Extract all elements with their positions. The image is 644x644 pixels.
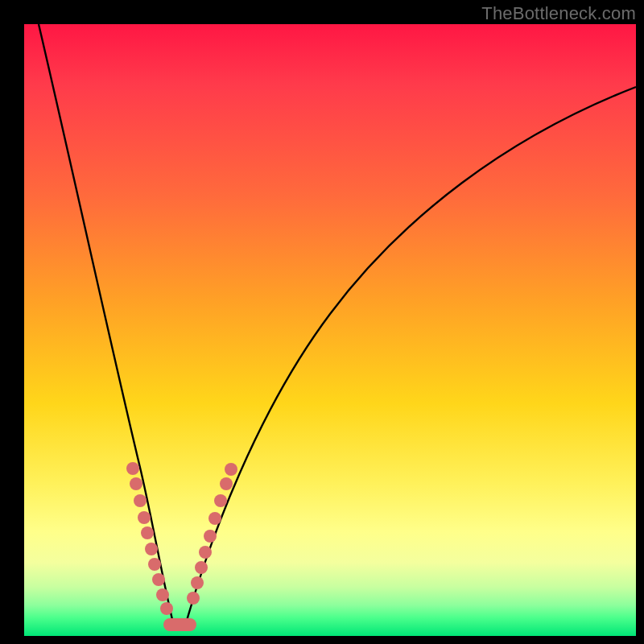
dot-left <box>134 494 147 507</box>
dot-right <box>225 463 237 476</box>
dot-left <box>130 477 142 490</box>
dot-left <box>141 526 154 539</box>
dot-left <box>145 543 158 555</box>
dot-left <box>160 602 173 615</box>
dot-right <box>208 512 221 525</box>
chart-frame: TheBottleneck.com <box>0 0 644 644</box>
dot-right <box>191 576 204 589</box>
curve-right-branch <box>185 87 636 626</box>
bottleneck-curve <box>24 24 636 636</box>
dot-right <box>214 494 227 507</box>
dot-right <box>204 530 217 543</box>
dot-right <box>195 561 208 574</box>
dot-left <box>156 588 169 601</box>
dot-left <box>152 573 165 586</box>
plot-area <box>24 24 636 636</box>
dot-right <box>187 592 200 605</box>
dot-right <box>220 477 233 490</box>
watermark-text: TheBottleneck.com <box>481 3 636 24</box>
dot-right <box>199 546 212 559</box>
dot-left <box>126 462 139 475</box>
curve-left-branch <box>39 24 174 626</box>
highlight-dots <box>126 462 237 625</box>
dot-left <box>148 558 161 571</box>
dot-left <box>138 511 151 524</box>
